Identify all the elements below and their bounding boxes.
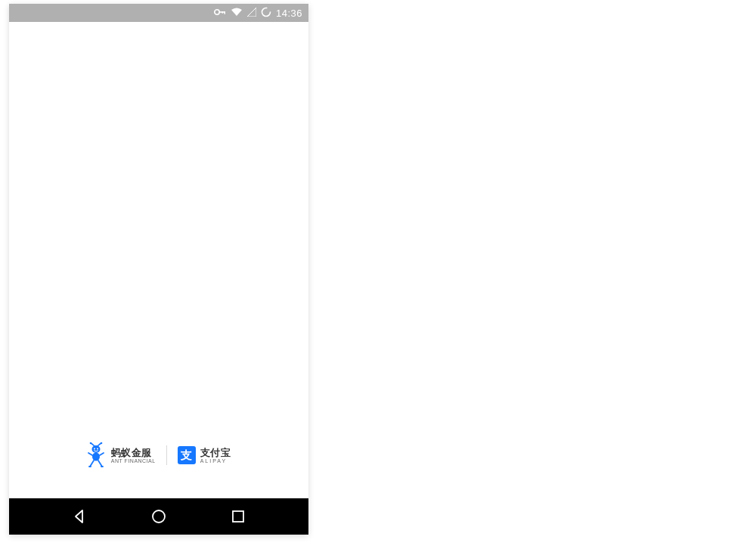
splash-screen: 蚂蚁金服 ANT FINANCIAL 支 支付宝 ALIPAY bbox=[9, 22, 308, 498]
ant-financial-logo: 蚂蚁金服 ANT FINANCIAL bbox=[87, 442, 156, 468]
svg-rect-13 bbox=[233, 511, 243, 522]
home-button[interactable] bbox=[140, 498, 178, 535]
svg-line-4 bbox=[248, 8, 256, 16]
ant-financial-en: ANT FINANCIAL bbox=[111, 458, 156, 464]
svg-rect-3 bbox=[222, 11, 223, 14]
ant-mascot-icon bbox=[87, 442, 107, 468]
loading-icon bbox=[261, 7, 271, 20]
svg-point-9 bbox=[94, 448, 95, 450]
status-time: 14:36 bbox=[276, 8, 302, 19]
svg-point-12 bbox=[153, 510, 165, 523]
vpn-key-icon bbox=[214, 8, 226, 18]
alipay-logo: 支 支付宝 ALIPAY bbox=[178, 446, 231, 464]
footer-logos: 蚂蚁金服 ANT FINANCIAL 支 支付宝 ALIPAY bbox=[9, 442, 308, 468]
svg-point-11 bbox=[92, 453, 100, 461]
ant-financial-text: 蚂蚁金服 ANT FINANCIAL bbox=[111, 448, 156, 464]
svg-point-10 bbox=[97, 448, 98, 450]
ant-financial-cn: 蚂蚁金服 bbox=[111, 448, 156, 457]
svg-point-0 bbox=[215, 10, 219, 14]
alipay-text: 支付宝 ALIPAY bbox=[200, 448, 231, 464]
back-button[interactable] bbox=[60, 498, 98, 535]
logo-divider bbox=[166, 445, 167, 465]
svg-point-5 bbox=[262, 8, 270, 16]
alipay-en: ALIPAY bbox=[200, 458, 231, 464]
system-nav-bar bbox=[9, 498, 308, 535]
svg-rect-2 bbox=[224, 11, 225, 14]
alipay-cn: 支付宝 bbox=[200, 448, 231, 457]
device-frame: 14:36 bbox=[9, 4, 308, 535]
status-bar: 14:36 bbox=[9, 4, 308, 22]
wifi-icon bbox=[231, 8, 243, 19]
alipay-icon: 支 bbox=[178, 446, 196, 464]
signal-icon bbox=[247, 8, 256, 19]
recent-apps-button[interactable] bbox=[219, 498, 257, 535]
